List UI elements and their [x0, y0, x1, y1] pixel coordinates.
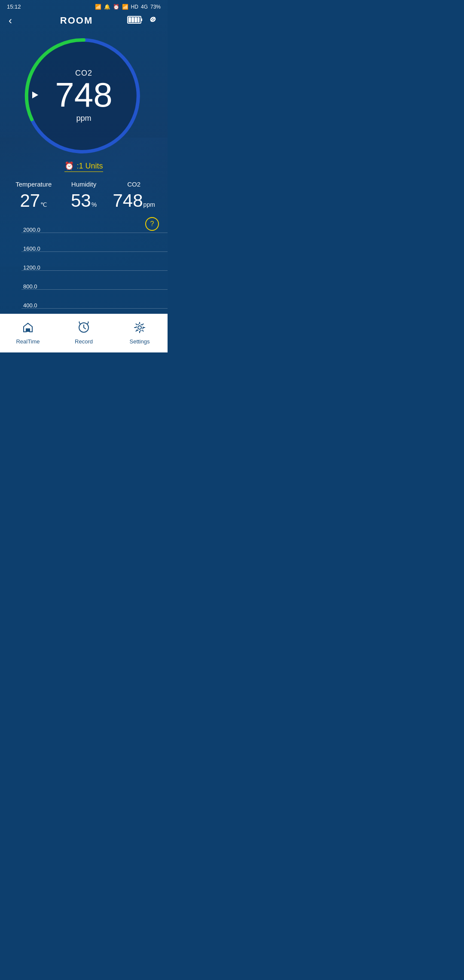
bell-icon: 🔔 — [104, 4, 110, 10]
settings-gear-icon — [134, 322, 146, 337]
grid-line-800: 800.0 — [21, 289, 168, 290]
device-battery-icon — [127, 15, 143, 26]
grid-line-2000: 2000.0 — [21, 233, 168, 233]
status-bar: 15:12 📶 🔔 ⏰ 📶 HD 4G 73% — [0, 0, 168, 12]
svg-rect-7 — [27, 329, 29, 332]
alarm-units[interactable]: ⏰ :1 Units — [64, 161, 103, 172]
grid-line-400: 400.0 — [21, 308, 168, 309]
sensor-readings: Temperature 27 ℃ Humidity 53 % CO2 748 p… — [0, 172, 168, 215]
grid-line-1200: 1200.0 — [21, 270, 168, 271]
link-icon[interactable] — [147, 13, 159, 28]
nav-record[interactable]: Record — [56, 317, 112, 349]
nav-realtime-label: RealTime — [16, 338, 40, 345]
header-icons — [127, 13, 159, 28]
svg-rect-2 — [128, 17, 131, 22]
co2-row-label: CO2 — [109, 181, 159, 188]
status-right: 📶 🔔 ⏰ 📶 HD 4G 73% — [95, 4, 161, 10]
help-button[interactable]: ? — [145, 217, 159, 231]
co2-reading-row: CO2 748 ppm — [109, 181, 159, 211]
record-clock-icon — [78, 322, 90, 337]
grid-label-800: 800.0 — [23, 283, 37, 290]
grid-label-400: 400.0 — [23, 302, 37, 309]
temperature-reading: Temperature 27 ℃ — [9, 181, 59, 211]
chart-grid: 2000.0 1600.0 1200.0 800.0 400.0 — [0, 233, 168, 327]
temperature-label: Temperature — [9, 181, 59, 188]
nav-record-label: Record — [75, 338, 93, 345]
humidity-unit: % — [92, 201, 97, 208]
grid-line-1600: 1600.0 — [21, 251, 168, 252]
nav-settings-label: Settings — [130, 338, 150, 345]
svg-rect-1 — [141, 18, 142, 21]
svg-rect-3 — [131, 17, 134, 22]
svg-point-9 — [138, 326, 141, 329]
co2-unit: ppm — [55, 114, 112, 123]
hd-icon: HD — [131, 4, 138, 10]
temperature-unit: ℃ — [40, 201, 47, 208]
co2-row-value: 748 — [113, 190, 143, 211]
svg-point-10 — [136, 324, 143, 331]
humidity-value: 53 — [71, 190, 91, 211]
grid-label-2000: 2000.0 — [23, 227, 40, 233]
grid-label-1600: 1600.0 — [23, 245, 40, 252]
home-icon — [22, 322, 34, 337]
bluetooth-icon: 📶 — [95, 4, 101, 10]
gauge-center: CO2 748 ppm — [55, 69, 112, 123]
nav-settings[interactable]: Settings — [112, 317, 168, 349]
battery-status: 73% — [150, 4, 161, 10]
nav-realtime[interactable]: RealTime — [0, 317, 56, 349]
alarm-clock-icon: ⏰ — [64, 161, 74, 171]
back-button[interactable]: ‹ — [9, 15, 26, 27]
wifi-icon: 📶 — [122, 4, 128, 10]
bottom-nav: RealTime Record Settings — [0, 314, 168, 352]
humidity-label: Humidity — [59, 181, 109, 188]
app-header: ‹ ROOM — [0, 12, 168, 31]
temperature-value: 27 — [20, 190, 40, 211]
gauge-pointer — [32, 92, 38, 98]
co2-reading: 748 — [55, 78, 112, 112]
svg-rect-4 — [134, 17, 137, 22]
grid-label-1200: 1200.0 — [23, 264, 40, 271]
page-title: ROOM — [60, 15, 93, 26]
signal-icon: 4G — [141, 4, 148, 10]
alarm-units-text: :1 Units — [76, 162, 103, 171]
status-time: 15:12 — [7, 3, 21, 10]
co2-row-unit: ppm — [143, 201, 155, 208]
humidity-reading: Humidity 53 % — [59, 181, 109, 211]
alarm-icon: ⏰ — [113, 4, 119, 10]
svg-rect-5 — [137, 17, 140, 22]
co2-gauge: CO2 748 ppm — [24, 36, 144, 156]
